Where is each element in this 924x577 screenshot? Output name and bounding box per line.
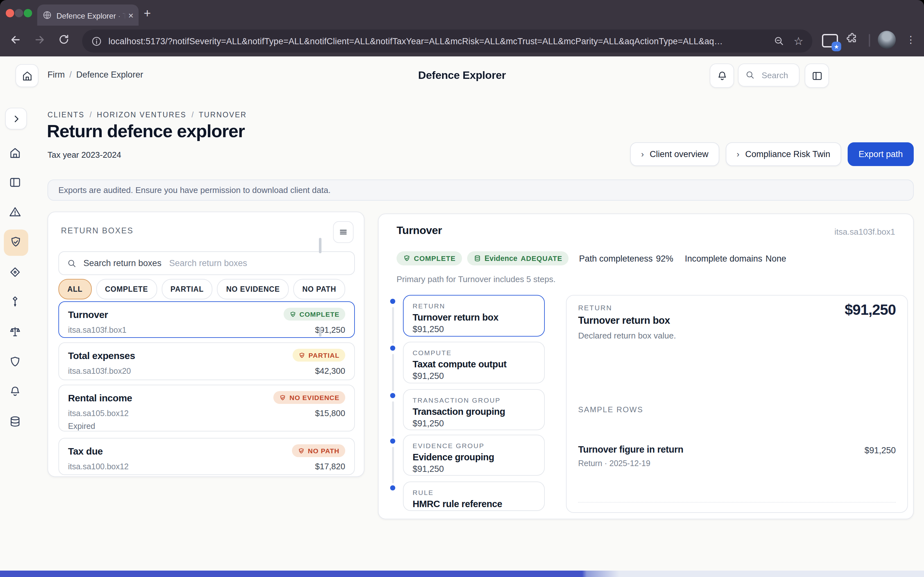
shield-check-icon <box>9 235 23 249</box>
global-search-input[interactable] <box>760 69 801 81</box>
notifications-button[interactable] <box>710 63 734 88</box>
url-text[interactable]: localhost:5173/?notifSeverity=ALL&notifT… <box>108 36 767 46</box>
step-card-transaction-group[interactable]: TRANSACTION GROUP Transaction grouping $… <box>403 389 545 430</box>
screen: Defence Explorer · Taxat UX S × + localh… <box>0 0 924 577</box>
return-box-card-tax-due[interactable]: Tax due NO PATH itsa.sa100.box12 $17,820 <box>58 438 355 475</box>
return-box-card-turnover[interactable]: Turnover COMPLETE itsa.sa103f.box1 $91,2… <box>58 301 355 338</box>
return-box-card-total-expenses[interactable]: Total expenses PARTIAL itsa.sa103f.box20… <box>58 342 355 380</box>
browser-chrome: Defence Explorer · Taxat UX S × + localh… <box>0 0 924 56</box>
filter-chip-partial[interactable]: PARTIAL <box>162 279 213 300</box>
chevron-right-icon: › <box>641 149 644 159</box>
tab-title: Defence Explorer · Taxat UX S <box>57 11 126 20</box>
forward-icon[interactable] <box>33 33 46 46</box>
complete-badge: COMPLETE <box>397 251 462 266</box>
extensions-puzzle-icon[interactable] <box>846 32 859 45</box>
globe-favicon-icon <box>42 10 52 20</box>
breadcrumb-box[interactable]: TURNOVER <box>199 111 247 119</box>
compliance-risk-twin-button[interactable]: › Compliance Risk Twin <box>726 142 841 166</box>
return-boxes-title: RETURN BOXES <box>61 226 134 235</box>
side-panel-extension-icon[interactable]: ★ <box>822 34 838 47</box>
zoom-out-icon[interactable] <box>773 35 785 47</box>
page-actions: › Client overview › Compliance Risk Twin… <box>630 142 914 166</box>
return-boxes-menu-button[interactable] <box>333 221 354 243</box>
site-info-icon[interactable] <box>91 35 102 47</box>
bookmark-star-icon[interactable]: ☆ <box>794 35 804 47</box>
step-connector <box>392 354 394 391</box>
profile-avatar[interactable] <box>878 31 896 49</box>
sidebar-item-risk[interactable] <box>8 266 22 279</box>
desktop-edge <box>0 571 924 577</box>
filter-chip-complete[interactable]: COMPLETE <box>96 279 157 300</box>
shield-check-icon <box>298 351 305 359</box>
step-card-evidence-group[interactable]: EVIDENCE GROUP Evidence grouping $91,250 <box>403 435 545 476</box>
browser-tab[interactable]: Defence Explorer · Taxat UX S × <box>37 5 139 26</box>
sample-row-title: Turnover figure in return <box>578 444 683 455</box>
breadcrumb: CLIENTS/HORIZON VENTURES/TURNOVER <box>47 111 247 119</box>
sidebar-item-workspaces[interactable] <box>8 176 22 189</box>
shield-check-icon <box>403 255 411 262</box>
sidebar-item-home[interactable] <box>8 146 22 160</box>
url-bar[interactable]: localhost:5173/?notifSeverity=ALL&notifT… <box>82 29 813 53</box>
window-minimize-button[interactable] <box>15 9 23 17</box>
status-badge-partial: PARTIAL <box>292 349 345 362</box>
page-title: Return defence explorer <box>47 121 245 142</box>
tab-strip: Defence Explorer · Taxat UX S × + <box>0 0 924 26</box>
detail-box-id: itsa.sa103f.box1 <box>835 227 895 237</box>
window-close-button[interactable] <box>6 9 14 17</box>
step-detail-kind: RETURN <box>578 304 612 311</box>
sidebar-item-data[interactable] <box>8 415 22 428</box>
window-zoom-button[interactable] <box>24 9 32 17</box>
step-card-compute[interactable]: COMPUTE Taxat compute output $91,250 <box>403 342 545 384</box>
browser-menu-icon[interactable]: ⋮ <box>906 33 916 47</box>
search-icon <box>745 70 755 80</box>
reload-icon[interactable] <box>58 33 70 45</box>
step-card-return[interactable]: RETURN Turnover return box $91,250 <box>403 295 545 337</box>
sidebar-expand-button[interactable] <box>5 108 27 129</box>
breadcrumb-client[interactable]: HORIZON VENTURES <box>97 111 186 119</box>
filter-chip-no-path[interactable]: NO PATH <box>293 279 345 300</box>
sidebar-item-pins[interactable] <box>8 295 22 308</box>
list-scrollbar-thumb[interactable] <box>319 327 321 337</box>
sample-row-meta: Return · 2025-12-19 <box>578 459 650 468</box>
global-search[interactable] <box>738 63 800 87</box>
hamburger-icon <box>339 227 348 237</box>
sidebar-item-security[interactable] <box>8 355 22 369</box>
return-box-card-rental-income[interactable]: Rental income NO EVIDENCE itsa.sa105.box… <box>58 385 355 432</box>
sidebar-item-notifications[interactable] <box>8 385 22 398</box>
toggle-panel-button[interactable] <box>804 63 829 88</box>
return-box-search-input[interactable] <box>168 258 347 269</box>
panel-layout-icon <box>811 69 823 82</box>
database-icon <box>473 255 481 262</box>
sample-rows-divider <box>578 502 896 503</box>
step-dot <box>390 346 395 351</box>
step-dot <box>390 299 395 304</box>
step-dot <box>390 438 395 444</box>
shield-check-icon <box>298 447 305 454</box>
turnover-detail-panel: Turnover itsa.sa103f.box1 COMPLETE Evide… <box>378 213 914 519</box>
detail-title: Turnover <box>397 224 442 237</box>
new-tab-button[interactable]: + <box>144 6 151 21</box>
back-icon[interactable] <box>9 33 22 46</box>
filter-chip-no-evidence[interactable]: NO EVIDENCE <box>217 279 289 300</box>
client-overview-button[interactable]: › Client overview <box>630 142 719 166</box>
sidebar-item-defence-active[interactable] <box>9 235 23 249</box>
export-path-button[interactable]: Export path <box>848 142 914 166</box>
status-badge-no-evidence: NO EVIDENCE <box>273 391 345 404</box>
sample-rows-label: SAMPLE ROWS <box>578 405 643 414</box>
bell-icon <box>716 69 728 82</box>
breadcrumb-clients[interactable]: CLIENTS <box>47 111 84 119</box>
filter-chip-all[interactable]: ALL <box>58 279 91 300</box>
sidebar-item-alerts[interactable] <box>8 205 22 219</box>
incomplete-domains-stat: Incomplete domainsNone <box>685 253 786 263</box>
step-card-rule[interactable]: RULE HMRC rule reference <box>403 482 545 511</box>
step-detail-title: Turnover return box <box>578 315 670 326</box>
detail-stats: Path completeness92% Incomplete domainsN… <box>579 253 787 263</box>
return-box-search[interactable]: Search return boxes <box>58 251 355 275</box>
sidebar-item-rules[interactable] <box>8 325 22 338</box>
list-scrollbar-thumb[interactable] <box>319 238 321 253</box>
tax-year-label: Tax year 2023-2024 <box>47 150 121 160</box>
toolbar-divider <box>869 34 870 47</box>
step-detail-card: RETURN $91,250 Turnover return box Decla… <box>566 295 908 513</box>
search-label: Search return boxes <box>83 258 162 268</box>
tab-close-icon[interactable]: × <box>128 11 134 19</box>
